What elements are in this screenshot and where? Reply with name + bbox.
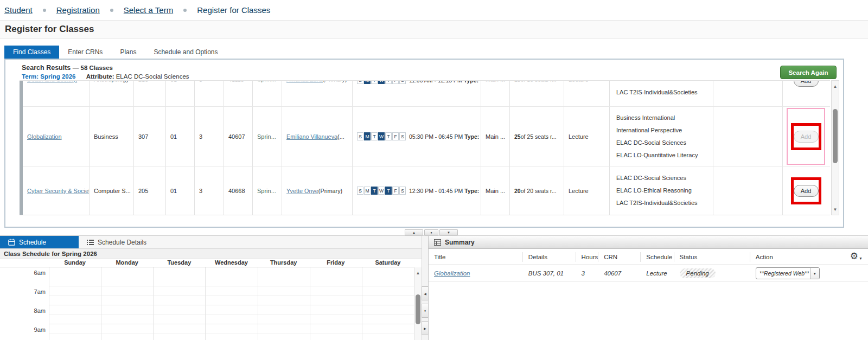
panel-reset-button[interactable]: ●	[424, 229, 438, 235]
status-badge-pending: Pending	[680, 268, 716, 278]
section-cell: 01	[166, 166, 195, 215]
main-tabs: Find Classes Enter CRNs Plans Schedule a…	[4, 46, 227, 59]
term-cell: Sprin...	[257, 133, 276, 140]
action-dropdown[interactable]: **Registered Web** ▼	[756, 267, 820, 279]
schedule-type-cell: Lecture	[564, 166, 610, 215]
scroll-down-icon[interactable]: ▼	[832, 205, 839, 214]
campus-cell: Main ...	[481, 107, 510, 166]
results-scrollbar[interactable]: ▲ ▼	[831, 80, 839, 215]
day-box: S	[399, 187, 406, 195]
hours-cell: 3	[199, 81, 202, 82]
seats-count: 20	[514, 188, 521, 194]
scroll-up-icon[interactable]: ▲	[414, 268, 422, 277]
triangle-left-icon: ◀	[424, 292, 426, 296]
meeting-time: 11:00 AM - 12:15 PM	[409, 81, 462, 84]
day-box: T	[371, 132, 378, 140]
day-box-selected: W	[378, 132, 385, 140]
meeting-time: 12:30 PM - 01:45 PM	[409, 188, 463, 194]
course-title-link[interactable]: Death and Society,	[27, 81, 77, 82]
action-dropdown-value: **Registered Web**	[756, 270, 810, 277]
summary-crn: 40607	[598, 270, 641, 277]
tab-schedule-details-label: Schedule Details	[98, 239, 146, 246]
tab-schedule-details[interactable]: Schedule Details	[79, 236, 155, 248]
day-header: Monday	[101, 259, 153, 267]
scrollbar-thumb[interactable]	[416, 294, 420, 324]
subject-cell: Business	[90, 107, 134, 166]
day-box: S	[357, 81, 363, 84]
course-title-link[interactable]: Cyber Security & Society	[27, 188, 90, 194]
attribute-line: Business International	[616, 112, 675, 124]
instructor-link[interactable]: Amanda Zunz	[286, 81, 323, 82]
meeting-days-widget: SMTWTFS	[357, 187, 406, 195]
add-button[interactable]: Add	[794, 185, 819, 197]
meeting-days-widget: SMTWTFS	[357, 81, 406, 84]
subject-cell: Anthropology	[94, 81, 129, 82]
settings-button[interactable]: ⚙▼	[850, 251, 863, 262]
annotation-box: Add	[791, 177, 821, 204]
day-header: Wednesday	[205, 259, 257, 267]
breadcrumb-separator-icon	[43, 9, 46, 12]
day-box-selected: W	[378, 81, 385, 84]
attribute-line: ELAC LO-Quantitative Literacy	[616, 149, 698, 162]
instructor-link[interactable]: Emiliano Villanueva	[286, 133, 337, 140]
crn-cell: 40668	[224, 166, 253, 215]
scroll-up-icon[interactable]: ▲	[832, 82, 839, 91]
search-results-count: — 58 Classes	[73, 65, 113, 71]
add-button-disabled[interactable]: Add	[794, 131, 819, 143]
time-label: 9am	[0, 326, 46, 333]
meeting-type-label: Type:	[464, 133, 479, 140]
schedule-grid-lines	[49, 267, 414, 340]
schedule-day-headers: Sunday Monday Tuesday Wednesday Thursday…	[0, 259, 414, 267]
instructor-link[interactable]: Yvette Onye	[286, 188, 318, 194]
search-results-panel: Search Results — 58 Classes Term: Spring…	[4, 59, 844, 228]
time-label: 6am	[0, 270, 46, 276]
search-again-button[interactable]: Search Again	[780, 66, 837, 79]
table-row-globalization: Globalization Business 307 01 3 40607 Sp…	[23, 106, 830, 166]
panel-expand-right-button[interactable]: ▶	[422, 321, 429, 335]
tab-enter-crns[interactable]: Enter CRNs	[59, 46, 111, 59]
schedule-type-cell: Lecture	[564, 107, 610, 166]
table-row-clipped: Death and Society, Anthropology 215 01 3…	[23, 81, 830, 106]
breadcrumb-registration[interactable]: Registration	[56, 5, 100, 15]
day-header: Friday	[310, 259, 362, 267]
breadcrumb-select-a-term[interactable]: Select a Term	[124, 5, 173, 15]
panel-reset-button[interactable]: ●	[422, 304, 429, 318]
schedule-title: Class Schedule for Spring 2026	[0, 249, 422, 259]
day-box: S	[399, 81, 406, 84]
crn-cell: 41118	[228, 81, 244, 82]
breadcrumb: Student Registration Select a Term Regis…	[4, 0, 270, 20]
scrollbar-thumb[interactable]	[833, 109, 838, 163]
attribute-value: ELAC DC-Social Sciences	[116, 73, 189, 80]
day-box: W	[378, 187, 385, 195]
summary-header: Summary	[429, 236, 868, 249]
summary-title-link[interactable]: Globalization	[434, 270, 470, 277]
panel-expand-down-button[interactable]: ▼	[439, 229, 458, 235]
list-icon	[87, 239, 94, 246]
course-title-link[interactable]: Globalization	[27, 133, 62, 140]
attribute-line: LAC T2IS-Individual&Societies	[616, 197, 698, 209]
search-results-table: Death and Society, Anthropology 215 01 3…	[20, 80, 830, 215]
search-results-header: Search Results — 58 Classes Term: Spring…	[22, 64, 189, 80]
tab-schedule-and-options[interactable]: Schedule and Options	[145, 46, 226, 59]
attribute-line: LAC T2IS-Individual&Societies	[616, 88, 698, 96]
day-box-selected: T	[385, 187, 392, 195]
term-cell: Sprin...	[257, 188, 276, 194]
tab-find-classes[interactable]: Find Classes	[4, 46, 59, 59]
day-header: Tuesday	[153, 259, 205, 267]
hours-cell: 3	[195, 107, 224, 166]
panel-expand-left-button[interactable]: ◀	[422, 286, 429, 300]
term-cell: Sprin...	[257, 81, 276, 82]
schedule-panel: Schedule Schedule Details Class Schedule…	[0, 236, 422, 340]
breadcrumb-student[interactable]: Student	[4, 5, 33, 15]
instructor-note: (...	[337, 133, 344, 140]
schedule-scrollbar[interactable]: ▲	[414, 267, 422, 340]
day-box-selected: M	[364, 81, 371, 84]
instructor-note: (Primary)	[323, 81, 347, 82]
col-status: Status	[674, 252, 750, 262]
panel-expand-up-button[interactable]: ▲	[405, 229, 423, 235]
breadcrumb-separator-icon	[110, 9, 113, 12]
add-button[interactable]: Add	[794, 81, 819, 87]
add-cell: Add	[783, 107, 829, 166]
tab-plans[interactable]: Plans	[111, 46, 145, 59]
tab-schedule[interactable]: Schedule	[0, 236, 79, 248]
